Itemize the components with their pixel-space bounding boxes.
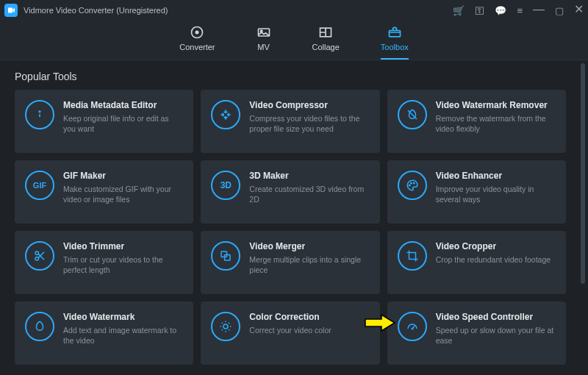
tool-title: 3D Maker [249, 171, 369, 181]
tool-video-compressor[interactable]: Video CompressorCompress your video file… [201, 90, 379, 153]
gif-icon: GIF [25, 171, 54, 200]
tool-video-cropper[interactable]: Video CropperCrop the redundant video fo… [387, 231, 566, 294]
tools-grid: Media Metadata EditorKeep original file … [15, 90, 573, 365]
tool-video-watermark[interactable]: Video WatermarkAdd text and image waterm… [15, 301, 193, 365]
tool-title: Video Merger [249, 241, 369, 251]
mv-icon [257, 25, 271, 40]
maximize-button[interactable]: ▢ [555, 6, 564, 15]
feedback-icon[interactable]: 💬 [495, 6, 506, 15]
tab-converter[interactable]: Converter [179, 25, 215, 60]
tool-desc: Merge multiple clips into a single piece [249, 254, 369, 275]
three-d-icon: 3D [211, 171, 240, 200]
content-area: Popular Tools Media Metadata EditorKeep … [0, 60, 588, 375]
tab-label: Toolbox [381, 43, 409, 51]
converter-icon [190, 25, 204, 40]
section-title: Popular Tools [15, 71, 573, 82]
svg-point-9 [413, 182, 415, 184]
window-controls: 🛒 ⚿ 💬 ≡ — ▢ ✕ [453, 4, 584, 16]
tool-title: Video Cropper [436, 241, 556, 251]
collage-icon [318, 25, 333, 40]
tool-title: Video Watermark [63, 312, 183, 322]
tool-desc: Speed up or slow down your file at ease [436, 325, 556, 346]
svg-rect-5 [389, 31, 400, 37]
tab-toolbox[interactable]: Toolbox [381, 25, 409, 60]
tool-video-watermark-remover[interactable]: Video Watermark RemoverRemove the waterm… [387, 90, 566, 153]
toolbox-icon [387, 25, 402, 40]
tool-desc: Create customized 3D video from 2D [249, 184, 369, 204]
tool-desc: Keep original file info or edit as you w… [63, 113, 183, 134]
svg-point-1 [196, 31, 198, 33]
scrollbar[interactable] [581, 63, 585, 371]
main-tabs: Converter MV Collage Toolbox [0, 21, 588, 60]
close-button[interactable]: ✕ [574, 4, 584, 15]
tool-desc: Improve your video quality in several wa… [436, 184, 556, 204]
compress-icon [211, 100, 240, 129]
sun-icon [211, 312, 240, 341]
cart-icon[interactable]: 🛒 [453, 6, 465, 15]
tool-3d-maker[interactable]: 3D 3D MakerCreate customized 3D video fr… [201, 160, 379, 224]
tool-desc: Compress your video files to the proper … [249, 113, 369, 134]
tab-label: Converter [179, 43, 215, 51]
info-icon [25, 100, 54, 129]
svg-point-15 [412, 328, 413, 329]
tool-title: Color Correction [249, 312, 369, 322]
tool-video-speed-controller[interactable]: Video Speed ControllerSpeed up or slow d… [387, 301, 566, 365]
tool-desc: Add text and image watermark to the vide… [63, 325, 183, 346]
menu-icon[interactable]: ≡ [517, 6, 523, 15]
palette-icon [398, 171, 427, 200]
tool-desc: Correct your video color [249, 325, 369, 335]
scrollbar-thumb[interactable] [581, 63, 585, 284]
tool-video-merger[interactable]: Video MergerMerge multiple clips into a … [201, 231, 379, 294]
tool-video-trimmer[interactable]: Video TrimmerTrim or cut your videos to … [15, 231, 193, 294]
tab-label: MV [257, 43, 270, 51]
key-icon[interactable]: ⚿ [475, 6, 484, 15]
tool-title: Video Enhancer [436, 171, 556, 181]
svg-point-14 [223, 324, 228, 329]
tool-desc: Remove the watermark from the video flex… [436, 113, 556, 134]
droplet-icon [25, 312, 54, 341]
titlebar: Vidmore Video Converter (Unregistered) 🛒… [0, 0, 588, 21]
crop-icon [398, 241, 427, 271]
merge-icon [211, 241, 240, 271]
tool-title: Video Watermark Remover [436, 100, 556, 110]
tool-color-correction[interactable]: Color CorrectionCorrect your video color [201, 301, 379, 365]
gauge-icon [398, 312, 427, 341]
tool-gif-maker[interactable]: GIF GIF MakerMake customized GIF with yo… [15, 160, 193, 224]
tool-desc: Crop the redundant video footage [436, 254, 556, 265]
watermark-remove-icon [398, 100, 427, 129]
minimize-button[interactable]: — [533, 4, 545, 15]
tool-title: Media Metadata Editor [63, 100, 183, 110]
tool-title: Video Speed Controller [436, 312, 556, 322]
tool-title: Video Trimmer [63, 241, 183, 251]
tool-media-metadata-editor[interactable]: Media Metadata EditorKeep original file … [15, 90, 193, 153]
tab-label: Collage [312, 43, 340, 51]
svg-point-8 [410, 182, 412, 184]
tab-mv[interactable]: MV [257, 25, 271, 60]
svg-point-6 [39, 111, 40, 113]
app-logo [4, 4, 18, 17]
tool-desc: Trim or cut your videos to the perfect l… [63, 254, 183, 275]
tool-video-enhancer[interactable]: Video EnhancerImprove your video quality… [387, 160, 566, 224]
tool-title: Video Compressor [249, 100, 369, 110]
scissors-icon [25, 241, 54, 271]
tab-collage[interactable]: Collage [312, 25, 340, 60]
svg-point-7 [409, 185, 410, 186]
window-title: Vidmore Video Converter (Unregistered) [24, 6, 168, 15]
tool-title: GIF Maker [63, 171, 183, 181]
tool-desc: Make customized GIF with your video or i… [63, 184, 183, 204]
